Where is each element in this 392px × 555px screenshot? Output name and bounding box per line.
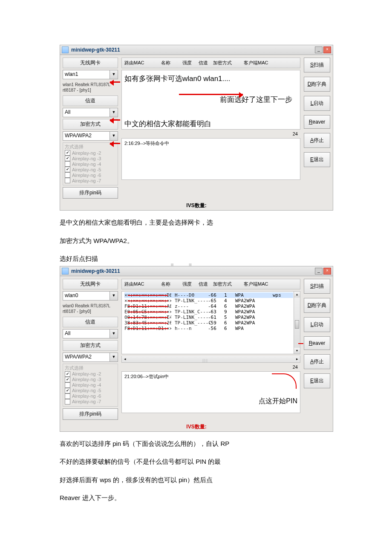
cell-power: -66 [208, 292, 221, 298]
app-window-1: minidwep-gtk-30211 _ × 无线网卡 wlan1 ▼ wlan… [60, 45, 333, 211]
method-option[interactable]: Aireplay-ng -2 [65, 371, 116, 377]
method-option[interactable]: Aireplay-ng -6 [65, 172, 116, 178]
channel-dropdown[interactable]: All ▼ [63, 108, 118, 117]
encrypt-dropdown[interactable]: WPA/WPA2 ▼ [63, 131, 118, 141]
stop-button[interactable]: A停止 [304, 354, 330, 369]
scroll-left-icon[interactable]: ◂ [122, 357, 128, 361]
dropdown-arrow-icon[interactable]: ▼ [110, 292, 118, 300]
checkbox-icon[interactable] [65, 377, 70, 382]
method-option[interactable]: Aireplay-ng -4 [65, 382, 116, 388]
dropdown-arrow-icon[interactable]: ▼ [110, 330, 118, 338]
scan-button[interactable]: S扫描 [304, 58, 330, 72]
status-pane: 21:20:06-->尝试pin中 点这开始PIN [121, 371, 300, 413]
card-dropdown[interactable]: wlan1 ▼ [63, 70, 118, 79]
window-title: minidwep-gtk-30211 [71, 268, 315, 274]
method-option[interactable]: Aireplay-ng -5 [65, 388, 116, 393]
method-option[interactable]: Aireplay-ng -6 [65, 393, 116, 399]
checkbox-icon[interactable] [65, 178, 70, 183]
card-label: 无线网卡 [63, 58, 118, 68]
scroll-down-icon[interactable]: ▾ [294, 348, 300, 354]
network-list[interactable]: 如有多张网卡可选wlan0 wlan1.... 前面选好了这里下一步 中文的相信… [121, 70, 300, 130]
channel-label: 信道 [63, 317, 118, 327]
encrypt-dropdown[interactable]: WPA/WPA2 ▼ [63, 353, 118, 362]
scroll-thumb[interactable] [295, 320, 299, 329]
stop-button[interactable]: A停止 [304, 133, 330, 148]
dict-button[interactable]: D跑字典 [304, 77, 330, 92]
network-row[interactable]: ××:××:××:××:××:D8H----D0-661WPAwps [124, 292, 293, 298]
checkbox-icon[interactable] [65, 150, 70, 156]
exit-button[interactable]: E退出 [304, 152, 330, 167]
exit-button[interactable]: E退出 [304, 373, 330, 388]
method-label: Aireplay-ng -5 [72, 388, 101, 393]
method-option[interactable]: Aireplay-ng -3 [65, 156, 116, 161]
cell-encrypt: WPA2WPA [235, 298, 269, 304]
method-option[interactable]: Aireplay-ng -7 [65, 178, 116, 183]
reaver-button[interactable]: Reaver [304, 115, 330, 129]
sort-pin-button[interactable]: 排序pin码 [63, 187, 118, 199]
titlebar: minidwep-gtk-30211 _ × [60, 45, 333, 55]
method-label: Aireplay-ng -6 [72, 173, 101, 178]
dropdown-arrow-icon[interactable]: ▼ [110, 132, 118, 140]
close-button[interactable]: × [323, 46, 331, 53]
checkbox-icon[interactable] [65, 371, 70, 377]
cell-power: -63 [208, 309, 221, 315]
method-option[interactable]: Aireplay-ng -7 [65, 399, 116, 405]
status-pane: 2:16:29-->等待命令中 [121, 138, 300, 180]
close-button[interactable]: × [323, 268, 331, 275]
channel-dropdown[interactable]: All ▼ [63, 329, 118, 338]
checkbox-icon[interactable] [65, 388, 70, 393]
checkbox-icon[interactable] [65, 172, 70, 178]
network-row[interactable]: F8:D1:11:××:D1:××h----n-566WPA [124, 326, 293, 331]
doc-paragraph: 加密方式为 WPA/WPA2。 [60, 235, 332, 247]
checkbox-icon[interactable] [65, 161, 70, 167]
right-panel: S扫描 D跑字典 L启动 Reaver A停止 E退出 [302, 55, 333, 201]
card-dropdown[interactable]: wlan0 ▼ [63, 291, 118, 301]
method-group: 方式选择 Aireplay-ng -2Aireplay-ng -3Airepla… [63, 142, 118, 185]
vertical-scrollbar[interactable]: ▴ ▾ [294, 292, 300, 354]
checkbox-icon[interactable] [65, 399, 70, 405]
method-list: Aireplay-ng -2Aireplay-ng -3Aireplay-ng … [65, 150, 116, 183]
status-line: 2:16:29-->等待命令中 [124, 140, 297, 147]
col-channel: 信道 [199, 60, 213, 66]
network-row[interactable]: F8:D1:11:××:××:A8z-----646WPA2WPA [124, 304, 293, 309]
sort-pin-button[interactable]: 排序pin码 [63, 408, 118, 420]
checkbox-icon[interactable] [65, 382, 70, 388]
minimize-button[interactable]: _ [315, 46, 323, 53]
network-row[interactable]: 00:14:78:××:××:E4TP-LINK_-----615WPA2WPA [124, 315, 293, 320]
method-option[interactable]: Aireplay-ng -4 [65, 161, 116, 167]
cell-channel: 6 [224, 320, 232, 326]
method-label: Aireplay-ng -4 [72, 162, 101, 167]
network-row[interactable]: 38:83:45:××:××:26TP-LINK_----C-596WPA2WP… [124, 320, 293, 326]
method-option[interactable]: Aireplay-ng -2 [65, 150, 116, 156]
dropdown-arrow-icon[interactable]: ▼ [110, 70, 118, 79]
scroll-up-icon[interactable]: ▴ [294, 292, 300, 298]
method-option[interactable]: Aireplay-ng -5 [65, 167, 116, 172]
col-power: 强度 [182, 60, 199, 66]
scroll-right-icon[interactable]: ▸ [294, 357, 300, 361]
col-name: 名称 [161, 60, 182, 66]
dropdown-arrow-icon[interactable]: ▼ [110, 108, 118, 117]
checkbox-icon[interactable] [65, 167, 70, 172]
start-button[interactable]: L启动 [304, 317, 330, 332]
cell-power: -64 [208, 304, 221, 309]
network-row[interactable]: E0:05:C5:××:××:××TP-LINK_C-----639WPA2WP… [124, 309, 293, 315]
reaver-button[interactable]: Reaver [304, 336, 330, 350]
app-icon [62, 268, 69, 275]
dropdown-arrow-icon[interactable]: ▼ [110, 353, 118, 361]
start-button[interactable]: L启动 [304, 96, 330, 111]
encrypt-label: 加密方式 [63, 340, 118, 351]
method-option[interactable]: Aireplay-ng -3 [65, 377, 116, 382]
cell-name: TP-LINK_---- [175, 298, 205, 304]
annotation-click-pin: 点这开始PIN [259, 397, 297, 406]
cell-power: -59 [208, 320, 221, 326]
minimize-button[interactable]: _ [315, 268, 323, 275]
checkbox-icon[interactable] [65, 156, 70, 161]
encrypt-value: WPA/WPA2 [63, 132, 110, 140]
dict-button[interactable]: D跑字典 [304, 298, 330, 313]
horizontal-scrollbar[interactable]: ◂ ▸ [121, 356, 300, 363]
checkbox-icon[interactable] [65, 393, 70, 399]
scan-button[interactable]: S扫描 [304, 279, 330, 294]
network-list[interactable]: ××:××:××:××:××:D8H----D0-661WPAwps××:××:… [121, 291, 300, 354]
network-row[interactable]: ××:××:××:××:××:××TP-LINK_-----654WPA2WPA [124, 298, 293, 304]
center-panel: 路由MAC 名称 强度 信道 加密方式 客户端MAC ××:××:××:××:×… [120, 276, 302, 422]
